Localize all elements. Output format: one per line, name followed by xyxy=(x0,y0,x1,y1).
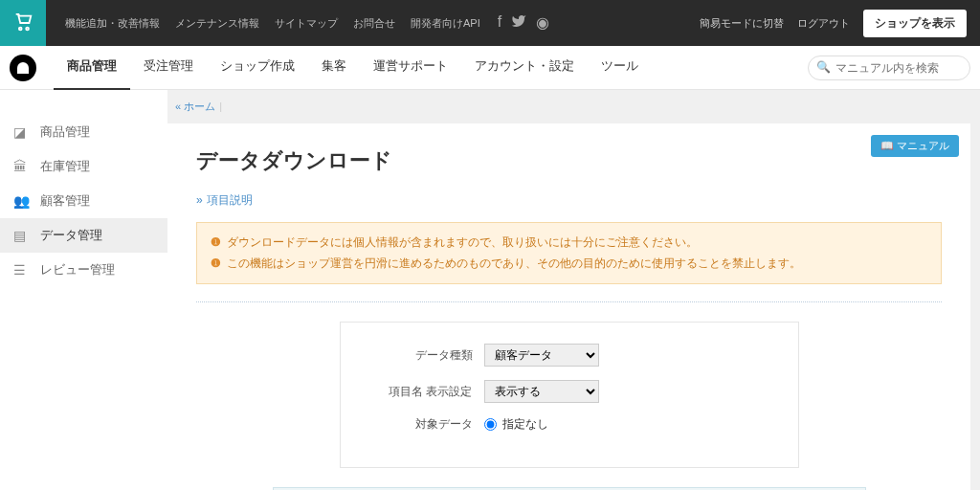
chevron-icon: » xyxy=(196,193,203,207)
camera-icon[interactable]: ◉ xyxy=(536,13,549,33)
nav-item[interactable]: 商品管理 xyxy=(54,44,130,91)
top-link[interactable]: メンテナンス情報 xyxy=(175,16,259,31)
content-panel: 📖 マニュアル データダウンロード »項目説明 ❶ダウンロードデータには個人情報… xyxy=(167,123,970,490)
sidebar-item-products[interactable]: ◪商品管理 xyxy=(0,115,167,149)
simple-mode-link[interactable]: 簡易モードに切替 xyxy=(700,16,784,31)
cart-icon xyxy=(12,12,33,33)
social-icons: f ◉ xyxy=(480,13,549,33)
sidebar-item-reviews[interactable]: ☰レビュー管理 xyxy=(0,253,167,287)
doc-icon: ☰ xyxy=(13,262,31,278)
top-link[interactable]: お問合せ xyxy=(353,16,395,31)
nav-item[interactable]: 運営サポート xyxy=(360,44,461,91)
nav-links: 商品管理 受注管理 ショップ作成 集客 運営サポート アカウント・設定 ツール xyxy=(54,44,652,91)
twitter-icon[interactable] xyxy=(511,13,526,33)
breadcrumb: « ホーム| xyxy=(167,90,980,123)
divider xyxy=(196,301,942,302)
building-icon: 🏛 xyxy=(13,159,31,174)
sidebar: ◪商品管理 🏛在庫管理 👥顧客管理 ▤データ管理 ☰レビュー管理 xyxy=(0,90,167,490)
cube-icon: ◪ xyxy=(13,124,31,140)
main-content: « ホーム| 📖 マニュアル データダウンロード »項目説明 ❶ダウンロードデー… xyxy=(167,90,980,490)
facebook-icon[interactable]: f xyxy=(498,13,501,33)
top-link[interactable]: サイトマップ xyxy=(275,16,338,31)
navbar: 商品管理 受注管理 ショップ作成 集客 運営サポート アカウント・設定 ツール … xyxy=(0,46,980,90)
nav-item[interactable]: 集客 xyxy=(308,44,360,91)
data-type-select[interactable]: 顧客データ xyxy=(484,344,599,367)
target-none-radio[interactable] xyxy=(484,418,497,431)
data-type-label: データ種類 xyxy=(360,347,484,364)
download-form: データ種類 顧客データ 項目名 表示設定 表示する 対象データ 指定なし xyxy=(340,322,799,468)
nav-logo-icon[interactable] xyxy=(10,55,36,81)
display-setting-select[interactable]: 表示する xyxy=(484,380,599,403)
file-icon: ▤ xyxy=(13,228,31,243)
cart-logo[interactable] xyxy=(0,0,46,46)
warning-alert: ❶ダウンロードデータには個人情報が含まれますので、取り扱いには十分にご注意くださ… xyxy=(196,222,942,284)
topbar: 機能追加・改善情報 メンテナンス情報 サイトマップ お問合せ 開発者向けAPI … xyxy=(0,0,980,46)
sidebar-item-data[interactable]: ▤データ管理 xyxy=(0,218,167,253)
manual-button[interactable]: 📖 マニュアル xyxy=(871,135,959,157)
page-title: データダウンロード xyxy=(196,146,942,175)
nav-item[interactable]: アカウント・設定 xyxy=(461,44,588,91)
search-box: 🔍 xyxy=(808,56,970,80)
target-data-label: 対象データ xyxy=(360,416,484,433)
nav-item[interactable]: 受注管理 xyxy=(130,44,207,91)
users-icon: 👥 xyxy=(13,193,31,209)
breadcrumb-home[interactable]: « ホーム xyxy=(175,100,215,112)
top-link[interactable]: 開発者向けAPI xyxy=(411,16,480,31)
sidebar-item-inventory[interactable]: 🏛在庫管理 xyxy=(0,149,167,184)
view-shop-button[interactable]: ショップを表示 xyxy=(863,10,967,37)
logout-link[interactable]: ログアウト xyxy=(797,16,850,31)
top-link[interactable]: 機能追加・改善情報 xyxy=(65,16,160,31)
display-setting-label: 項目名 表示設定 xyxy=(360,384,484,400)
nav-item[interactable]: ショップ作成 xyxy=(207,44,308,91)
warning-icon: ❶ xyxy=(211,254,221,275)
search-icon: 🔍 xyxy=(816,60,831,74)
warning-icon: ❶ xyxy=(211,233,221,254)
search-input[interactable] xyxy=(808,56,970,80)
nav-item[interactable]: ツール xyxy=(588,44,652,91)
sidebar-item-customers[interactable]: 👥顧客管理 xyxy=(0,184,167,218)
topbar-right: 簡易モードに切替 ログアウト ショップを表示 xyxy=(700,10,980,37)
field-description-link[interactable]: 項目説明 xyxy=(207,193,253,207)
top-links: 機能追加・改善情報 メンテナンス情報 サイトマップ お問合せ 開発者向けAPI xyxy=(46,16,480,31)
